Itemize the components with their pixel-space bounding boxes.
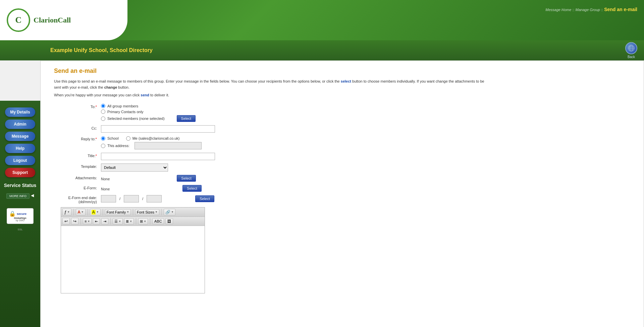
cc-input[interactable] <box>101 125 215 133</box>
cc-field-row: Cc: <box>61 125 363 133</box>
font-family-dropdown[interactable]: Font Family ▼ <box>105 209 131 215</box>
undo-button[interactable]: ↩ <box>62 218 70 225</box>
breadcrumb: Message Home :: Manage Group :: Send an … <box>545 7 637 12</box>
sub-header: Example Unify School, School Directory B… <box>0 40 644 60</box>
attachments-value: None <box>101 176 110 181</box>
reply-school-radio[interactable] <box>101 136 105 141</box>
header: C ClarionCall Message Home :: Manage Gro… <box>0 0 644 40</box>
reply-address-label: This address: <box>107 144 129 148</box>
template-select[interactable]: Default <box>101 164 168 172</box>
ssl-secure-text: secure <box>17 212 26 216</box>
eform-end-date-select-button[interactable]: Select <box>195 195 214 202</box>
table-dropdown[interactable]: ⊞ ▼ <box>138 218 148 225</box>
title-label: Title:* <box>61 153 101 158</box>
sidebar: My Details Admin Message Help Logout Sup… <box>0 101 40 327</box>
font-style-chevron: ▼ <box>67 211 70 214</box>
ssl-globalsign-text: GlobalSign <box>9 217 31 219</box>
sidebar-item-support[interactable]: Support <box>5 168 35 177</box>
logo-icon: C <box>7 8 30 32</box>
eform-date-mm-input[interactable] <box>124 195 139 202</box>
change-link: change <box>104 85 117 89</box>
editor-toolbar-row2: ↩ ↪ ≡ ▼ ⇤ ⇥ <box>61 217 205 226</box>
attachments-select-button[interactable]: Select <box>177 175 196 182</box>
font-style-dropdown[interactable]: ƒ ▼ <box>62 208 71 216</box>
indent-left-button[interactable]: ⇤ <box>93 218 100 225</box>
to-field-row: To:* All group members Primary Contacts … <box>61 104 363 122</box>
body-layout: My Details Admin Message Help Logout Sup… <box>0 60 644 327</box>
to-all-members-row: All group members <box>101 104 363 108</box>
attachments-label: Attachments: <box>61 175 101 180</box>
eform-end-date-row: E-Form end date:(dd/mm/yy) / / Select <box>61 195 363 204</box>
insert-image-icon: 🖼 <box>167 219 171 223</box>
message-home-link[interactable]: Message Home <box>545 8 571 12</box>
link-dropdown[interactable]: 🔗 ▼ <box>164 209 175 216</box>
to-primary-contacts-radio[interactable] <box>101 109 105 114</box>
font-family-chevron: ▼ <box>126 211 129 214</box>
ssl-gmo-text: by GMO <box>9 219 31 222</box>
send-link: send <box>141 93 149 97</box>
spellcheck-button[interactable]: ABC <box>152 218 164 224</box>
manage-group-link[interactable]: Manage Group <box>576 8 600 12</box>
title-input[interactable] <box>101 153 215 160</box>
service-status-label: Service Status <box>4 183 37 188</box>
happy-text-paragraph: When you're happy with your message you … <box>54 93 630 97</box>
ssl-lock-icon: 🔒 <box>9 211 16 217</box>
send-email-form: To:* All group members Primary Contacts … <box>61 104 363 204</box>
number-list-dropdown[interactable]: ≣ ▼ <box>124 218 134 225</box>
to-all-members-radio[interactable] <box>101 104 105 108</box>
indent-right-button[interactable]: ⇥ <box>101 218 108 225</box>
reply-address-input[interactable] <box>135 142 202 149</box>
eform-date-dd-input[interactable] <box>101 195 116 202</box>
to-primary-contacts-label: Primary Contacts only <box>107 110 144 114</box>
undo-icon: ↩ <box>64 219 68 224</box>
reply-address-radio[interactable] <box>101 144 105 148</box>
reply-address-row: This address: <box>101 142 363 149</box>
sidebar-item-logout[interactable]: Logout <box>5 156 35 165</box>
template-label: Template: <box>61 164 101 169</box>
ssl-badge: 🔒 secure GlobalSign by GMO <box>7 208 34 224</box>
font-sizes-chevron: ▼ <box>155 211 158 214</box>
redo-button[interactable]: ↪ <box>71 218 78 225</box>
link-chevron: ▼ <box>171 211 174 214</box>
sidebar-item-help[interactable]: Help <box>5 144 35 153</box>
sidebar-item-message[interactable]: Message <box>5 132 35 141</box>
sidebar-item-my-details[interactable]: My Details <box>5 107 35 117</box>
font-color-dropdown[interactable]: A ▼ <box>76 209 86 216</box>
number-list-icon: ≣ <box>126 219 129 224</box>
text-align-dropdown[interactable]: ≡ ▼ <box>83 218 92 224</box>
sidebar-item-admin[interactable]: Admin <box>5 120 35 129</box>
title-field-row: Title:* <box>61 153 363 160</box>
insert-image-button[interactable]: 🖼 <box>165 218 173 224</box>
highlight-color-dropdown[interactable]: A ▼ <box>90 209 101 216</box>
back-label: Back <box>628 55 635 59</box>
eform-date-yy-input[interactable] <box>147 195 162 202</box>
bullet-list-dropdown[interactable]: ☰ ▼ <box>113 218 123 225</box>
font-sizes-dropdown[interactable]: Font Sizes ▼ <box>135 209 159 215</box>
to-selected-members-row: Selected members (none selected) Select <box>101 115 363 122</box>
text-align-icon: ≡ <box>85 219 87 223</box>
eform-value: None <box>101 186 110 191</box>
table-icon: ⊞ <box>140 219 143 224</box>
font-color-chevron: ▼ <box>81 211 84 214</box>
logo-area: C ClarionCall <box>0 0 127 40</box>
eform-label: E-Form: <box>61 185 101 190</box>
editor-body[interactable] <box>61 226 205 293</box>
page-title: Send an e-mail <box>54 67 630 75</box>
reply-me-radio[interactable] <box>126 136 130 141</box>
spellcheck-icon: ABC <box>154 219 162 223</box>
to-options-group: All group members Primary Contacts only … <box>101 104 363 122</box>
to-all-members-label: All group members <box>107 104 138 108</box>
to-selected-members-radio[interactable] <box>101 116 105 121</box>
more-info-button[interactable]: MORE INFO <box>6 193 30 199</box>
logo-text: ClarionCall <box>34 16 71 25</box>
back-button[interactable]: Back <box>625 42 637 59</box>
reply-to-label: Reply to:* <box>61 136 101 141</box>
indent-left-icon: ⇤ <box>95 219 98 224</box>
to-select-button[interactable]: Select <box>177 115 196 122</box>
collapse-arrow-icon[interactable]: ◀ <box>31 193 34 198</box>
template-field-row: Template: Default <box>61 164 363 172</box>
eform-select-button[interactable]: Select <box>182 185 202 192</box>
sub-header-title: Example Unify School, School Directory <box>50 47 153 53</box>
eform-field-row: E-Form: None Select <box>61 185 363 192</box>
rich-text-editor: ƒ ▼ A ▼ A ▼ Font Family <box>61 207 205 293</box>
